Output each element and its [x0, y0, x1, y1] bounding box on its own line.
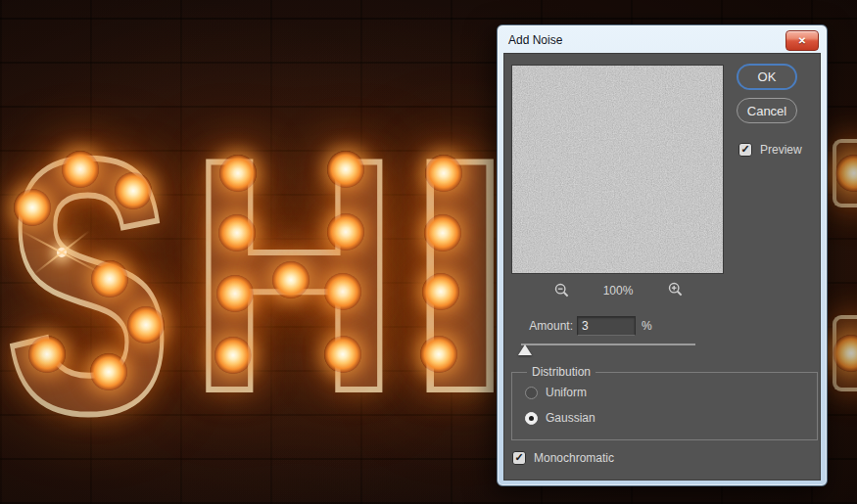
amount-row: Amount: % — [504, 316, 820, 336]
uniform-label: Uniform — [546, 386, 587, 399]
dialog-content: 100% OK Cancel ✓ Preview Amount: % — [503, 53, 821, 481]
distribution-legend: Distribution — [527, 365, 595, 379]
preview-option: ✓ Preview — [738, 142, 802, 157]
monochromatic-label: Monochromatic — [534, 451, 614, 465]
noise-texture — [512, 66, 723, 273]
close-button[interactable]: ✕ — [786, 30, 819, 51]
monochromatic-option: ✓ Monochromatic — [512, 450, 614, 465]
gaussian-radio[interactable] — [525, 412, 538, 425]
zoom-out-icon[interactable] — [554, 283, 570, 298]
amount-input[interactable] — [577, 316, 636, 336]
amount-unit: % — [642, 319, 652, 333]
slider-track[interactable] — [521, 344, 695, 345]
check-icon: ✓ — [514, 452, 523, 463]
slider-thumb[interactable] — [518, 344, 532, 355]
uniform-option: Uniform — [525, 386, 587, 399]
amount-label: Amount: — [520, 319, 573, 333]
amount-slider[interactable] — [504, 340, 738, 359]
preview-zoom-controls: 100% — [504, 282, 738, 299]
dialog-title: Add Noise — [508, 33, 562, 47]
gaussian-label: Gaussian — [546, 411, 595, 425]
add-noise-dialog: Add Noise ✕ — [497, 24, 828, 486]
check-icon: ✓ — [740, 144, 749, 155]
zoom-level: 100% — [593, 284, 643, 298]
preview-label: Preview — [760, 143, 802, 157]
distribution-group: Distribution Uniform Gaussian — [511, 372, 818, 440]
close-icon: ✕ — [798, 36, 806, 46]
dialog-titlebar[interactable]: Add Noise ✕ — [498, 25, 827, 53]
noise-preview-thumbnail[interactable] — [511, 65, 724, 274]
ok-button[interactable]: OK — [737, 64, 797, 90]
gaussian-option: Gaussian — [525, 411, 595, 425]
cancel-button[interactable]: Cancel — [737, 98, 797, 123]
zoom-in-icon[interactable] — [668, 282, 684, 298]
monochromatic-checkbox[interactable]: ✓ — [512, 451, 526, 465]
uniform-radio[interactable] — [525, 387, 538, 399]
preview-checkbox[interactable]: ✓ — [738, 143, 752, 157]
